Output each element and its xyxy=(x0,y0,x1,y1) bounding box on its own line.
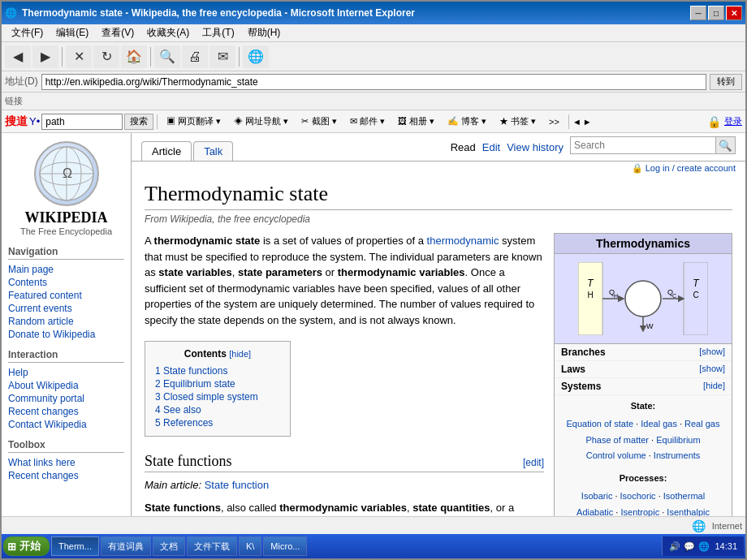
infobox-link-phase[interactable]: Phase of matter xyxy=(585,435,649,445)
taskbar-item-k[interactable]: K\ xyxy=(239,536,261,556)
cn-more[interactable]: >> xyxy=(543,113,565,131)
nav-main-page[interactable]: Main page xyxy=(8,263,124,276)
tray-icon-2: 💬 xyxy=(684,541,695,552)
menu-edit[interactable]: 编辑(E) xyxy=(50,24,95,41)
menu-help[interactable]: 帮助(H) xyxy=(241,24,287,41)
mail-button[interactable]: ✉ xyxy=(209,45,235,68)
cn-search-button[interactable]: 搜索 xyxy=(124,114,153,130)
tab-article[interactable]: Article xyxy=(141,141,192,161)
cn-search-input[interactable] xyxy=(41,114,123,130)
cn-nav-right[interactable]: ► xyxy=(583,117,592,127)
infobox-link-control[interactable]: Control volume xyxy=(586,450,646,460)
infobox-link-isentropic[interactable]: Isentropic xyxy=(620,507,659,516)
taskbar-item-therm[interactable]: Therm... xyxy=(51,536,99,556)
cn-nav[interactable]: ◈ 网址导航 ▾ xyxy=(228,113,294,131)
menu-favorites[interactable]: 收藏夹(A) xyxy=(140,24,196,41)
branches-show[interactable]: [show] xyxy=(699,347,725,358)
menu-view[interactable]: 查看(V) xyxy=(95,24,140,41)
nav-help[interactable]: Help xyxy=(8,366,124,379)
svg-text:C: C xyxy=(672,293,676,299)
link-thermodynamic[interactable]: thermodynamic xyxy=(427,235,499,247)
infobox-link-isenthalpic[interactable]: Isenthalpic xyxy=(667,507,710,516)
link-state-function[interactable]: State function xyxy=(205,479,270,491)
infobox-link-isobaric[interactable]: Isobaric xyxy=(581,491,613,501)
nav-about[interactable]: About Wikipedia xyxy=(8,379,124,392)
action-read[interactable]: Read xyxy=(451,141,476,153)
infobox-link-isochoric[interactable]: Isochoric xyxy=(620,491,656,501)
infobox-systems-row: Systems [hide] xyxy=(555,378,732,395)
infobox-link-eqstate[interactable]: Equation of state xyxy=(567,419,634,429)
processes-label: Processes: xyxy=(561,471,725,487)
taskbar-item-micro[interactable]: Micro... xyxy=(263,536,307,556)
links-bar: 链接 xyxy=(2,93,745,110)
toc-item-3[interactable]: 3 Closed simple system xyxy=(155,390,280,403)
action-history[interactable]: View history xyxy=(507,141,563,153)
cn-mail[interactable]: ✉ 邮件 ▾ xyxy=(344,113,391,131)
toc-item-2[interactable]: 2 Equilibrium state xyxy=(155,377,280,390)
maximize-button[interactable]: □ xyxy=(708,6,724,20)
wiki-main: Article Talk Read Edit View history 🔍 🔒 … xyxy=(132,133,745,516)
action-edit[interactable]: Edit xyxy=(482,141,500,153)
nav-recent-changes-2[interactable]: Recent changes xyxy=(8,469,124,482)
cn-album[interactable]: 🖼 相册 ▾ xyxy=(392,113,440,131)
cn-bookmarks[interactable]: ★ 书签 ▾ xyxy=(494,113,542,131)
laws-show[interactable]: [show] xyxy=(699,364,725,375)
svg-text:W: W xyxy=(646,322,654,330)
cn-blog[interactable]: ✍ 博客 ▾ xyxy=(442,113,492,131)
close-button[interactable]: ✕ xyxy=(726,6,742,20)
nav-section-title: Navigation xyxy=(8,246,124,260)
nav-current-events[interactable]: Current events xyxy=(8,302,124,315)
login-link-wiki[interactable]: Log in / create account xyxy=(646,163,736,173)
menu-file[interactable]: 文件(F) xyxy=(5,24,50,41)
back-button[interactable]: ◀ xyxy=(5,45,31,68)
go-button[interactable]: 转到 xyxy=(710,74,742,90)
wiki-search-box: 🔍 xyxy=(570,136,736,154)
toc-item-1[interactable]: 1 State functions xyxy=(155,364,280,377)
section-1-edit[interactable]: [edit] xyxy=(523,457,544,468)
nav-recent-changes[interactable]: Recent changes xyxy=(8,405,124,418)
cn-brand: 搜道 xyxy=(5,114,28,129)
wiki-name: WIKIPEDIA xyxy=(24,209,107,226)
nav-contents[interactable]: Contents xyxy=(8,276,124,289)
toc-hide-button[interactable]: [hide] xyxy=(229,349,251,359)
infobox-link-instr[interactable]: Instruments xyxy=(654,450,700,460)
nav-featured[interactable]: Featured content xyxy=(8,289,124,302)
taskbar-item-doc[interactable]: 文档 xyxy=(153,536,185,556)
nav-random[interactable]: Random article xyxy=(8,315,124,328)
wiki-content: Thermodynamic state From Wikipedia, the … xyxy=(132,175,745,516)
wiki-search-input[interactable] xyxy=(570,136,716,154)
home-button[interactable]: 🏠 xyxy=(121,45,147,68)
search-button[interactable]: 🔍 xyxy=(154,45,180,68)
nav-donate[interactable]: Donate to Wikipedia xyxy=(8,328,124,341)
menu-tools[interactable]: 工具(T) xyxy=(196,24,240,41)
toc-title: Contents [hide] xyxy=(155,348,280,360)
cn-translate[interactable]: ▣ 网页翻译 ▾ xyxy=(161,113,227,131)
start-button[interactable]: ⊞ 开始 xyxy=(3,536,50,556)
stop-button[interactable]: ✕ xyxy=(66,45,92,68)
infobox-link-isothermal[interactable]: Isothermal xyxy=(663,491,705,501)
forward-button[interactable]: ▶ xyxy=(32,45,58,68)
infobox-link-idealgas[interactable]: Ideal gas xyxy=(641,419,677,429)
nav-contact[interactable]: Contact Wikipedia xyxy=(8,418,124,431)
wiki-search-button[interactable]: 🔍 xyxy=(716,136,736,154)
infobox-link-realgas[interactable]: Real gas xyxy=(684,419,719,429)
minimize-button[interactable]: ─ xyxy=(690,6,706,20)
infobox-laws-row: Laws [show] xyxy=(555,361,732,378)
taskbar-item-download[interactable]: 文件下载 xyxy=(187,536,237,556)
systems-hide[interactable]: [hide] xyxy=(703,381,725,392)
infobox-link-adiabatic[interactable]: Adiabatic xyxy=(576,507,613,516)
cn-nav-left[interactable]: ◄ xyxy=(572,117,581,127)
toc-item-4[interactable]: 4 See also xyxy=(155,403,280,416)
nav-community[interactable]: Community portal xyxy=(8,392,124,405)
refresh-button[interactable]: ↻ xyxy=(93,45,119,68)
cn-screenshot[interactable]: ✂ 截图 ▾ xyxy=(296,113,342,131)
toc-item-5[interactable]: 5 References xyxy=(155,416,280,429)
address-input[interactable] xyxy=(41,74,706,90)
taskbar-item-youdao[interactable]: 有道词典 xyxy=(101,536,151,556)
title-bar-buttons: ─ □ ✕ xyxy=(690,6,742,20)
login-link-text[interactable]: 登录 xyxy=(724,115,742,127)
infobox-link-equil[interactable]: Equilibrium xyxy=(656,435,700,445)
print-button[interactable]: 🖨 xyxy=(182,45,208,68)
tab-talk[interactable]: Talk xyxy=(193,141,233,161)
nav-what-links[interactable]: What links here xyxy=(8,456,124,469)
